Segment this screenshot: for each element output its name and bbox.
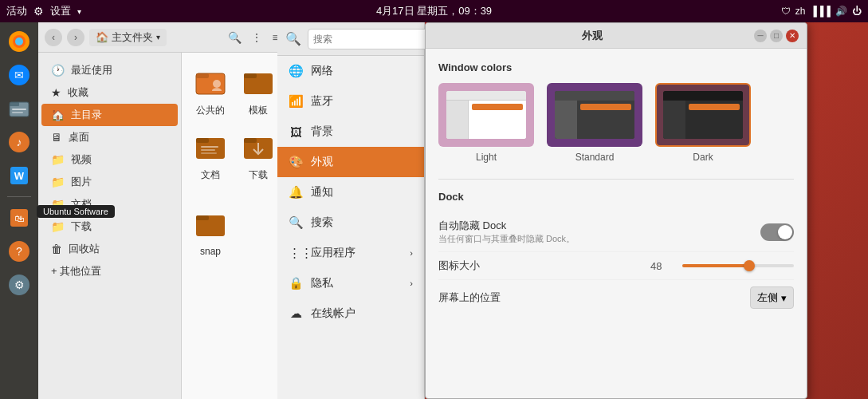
public-label: 公共的 (196, 104, 225, 117)
theme-light-accent (472, 104, 523, 110)
sidebar-item-desktop[interactable]: 🖥 桌面 (38, 126, 181, 148)
dock-item-thunderbird[interactable]: ✉ (3, 59, 35, 91)
appearance-window: 外观 ─ □ ✕ Window colors (425, 22, 807, 399)
dock-item-rhythmbox[interactable]: ♪ (3, 126, 35, 158)
settings-arrow: ▾ (77, 7, 81, 16)
theme-light-content (446, 101, 526, 139)
settings-menu-appearance[interactable]: 🎨 外观 (277, 147, 424, 177)
svg-rect-35 (201, 146, 218, 148)
theme-preview-standard (547, 83, 642, 147)
svg-rect-36 (201, 149, 215, 151)
theme-standard-label: Standard (575, 152, 615, 163)
theme-standard-content (555, 101, 634, 139)
fm-location: 主文件夹 (112, 30, 153, 45)
sidebar-item-trash[interactable]: 🗑 回收站 (38, 238, 181, 260)
dock-item-ubuntu-software[interactable]: 🛍 Ubuntu Software (3, 202, 35, 234)
sidebar-item-desktop-label: 桌面 (69, 130, 89, 144)
theme-standard-side (555, 101, 577, 139)
settings-menu-background[interactable]: 🖼 背景 (277, 117, 424, 147)
fm-view-button[interactable]: ⋮ (248, 30, 265, 45)
fm-file-templates[interactable]: 模板 (239, 62, 277, 117)
top-bar: 活动 ⚙ 设置 ▾ 4月17日 星期五，09：39 🛡 zh ▐▐▐ 🔊 ⏻ (0, 0, 868, 22)
theme-light-main (469, 101, 526, 139)
theme-standard-inner (555, 91, 634, 139)
templates-label: 模板 (249, 104, 268, 117)
settings-window: 🔍 ≡ 🌐 网络 📶 蓝牙 🖼 背景 🎨 外观 🔔 通知 🔍 搜索 ⋮⋮ 应用程… (277, 22, 425, 399)
icon-size-slider-thumb[interactable] (744, 260, 755, 271)
settings-menu-online[interactable]: ☁ 在线帐户 (277, 298, 424, 329)
theme-dark-label: Dark (693, 152, 713, 163)
theme-standard-main (577, 101, 634, 139)
settings-menu-bluetooth[interactable]: 📶 蓝牙 (277, 86, 424, 117)
background-menu-icon: 🖼 (289, 125, 303, 139)
svg-text:🛍: 🛍 (14, 213, 24, 224)
settings-menu-notifications[interactable]: 🔔 通知 (277, 177, 424, 207)
settings-gear-icon: ⚙ (33, 5, 44, 18)
svg-rect-39 (244, 138, 257, 143)
fm-file-public[interactable]: 公共的 (191, 62, 230, 117)
recent-icon: 🕐 (51, 64, 65, 77)
dock-item-libreoffice[interactable]: W (3, 160, 35, 192)
volume-icon[interactable]: 🔊 (835, 6, 847, 17)
sidebar-item-favorites[interactable]: ★ 收藏 (38, 81, 181, 104)
fm-search-button[interactable]: 🔍 (225, 30, 245, 45)
pictures-icon: 📁 (51, 176, 65, 188)
appearance-minimize-button[interactable]: ─ (754, 30, 767, 42)
sidebar-item-recent[interactable]: 🕐 最近使用 (38, 59, 181, 81)
position-row: 屏幕上的位置 左侧 ▾ (438, 280, 794, 315)
auto-hide-row: 自动隐藏 Dock 当任何窗口与其重叠时隐藏 Dock。 (438, 212, 794, 252)
settings-menu-network[interactable]: 🌐 网络 (277, 56, 424, 86)
power-icon[interactable]: ⏻ (852, 6, 862, 17)
appearance-maximize-button[interactable]: □ (770, 30, 783, 42)
theme-option-light[interactable]: Light (438, 83, 534, 163)
top-bar-left: 活动 ⚙ 设置 ▾ (6, 4, 81, 18)
bluetooth-menu-icon: 📶 (289, 94, 303, 109)
settings-menu-network-label: 网络 (311, 64, 333, 78)
fm-back-button[interactable]: ‹ (45, 29, 62, 46)
dock-item-settings[interactable]: ⚙ (3, 269, 35, 301)
theme-light-bar (446, 91, 526, 101)
sidebar-item-recent-label: 最近使用 (71, 63, 112, 77)
auto-hide-toggle[interactable] (760, 223, 794, 241)
fm-file-downloads[interactable]: 下载 (239, 127, 277, 188)
activities-label[interactable]: 活动 (6, 4, 27, 18)
settings-menu-background-label: 背景 (311, 124, 333, 139)
sidebar-item-home[interactable]: 🏠 主目录 (41, 104, 178, 126)
settings-menu-notifications-label: 通知 (311, 185, 333, 200)
sidebar-item-videos[interactable]: 📁 视频 (38, 148, 181, 171)
sidebar-item-pictures[interactable]: 📁 图片 (38, 171, 181, 193)
theme-standard-accent (580, 104, 631, 110)
theme-standard-bar (555, 91, 634, 101)
privacy-menu-icon: 🔒 (289, 276, 303, 290)
position-select[interactable]: 左侧 ▾ (750, 286, 794, 309)
dock-divider (7, 196, 31, 197)
dock-item-files[interactable] (3, 93, 35, 124)
apps-arrow-icon: › (410, 248, 413, 258)
appearance-close-button[interactable]: ✕ (786, 30, 799, 42)
svg-text:W: W (14, 170, 25, 182)
position-select-arrow: ▾ (781, 292, 787, 304)
fm-file-snap[interactable]: snap (191, 204, 230, 257)
dock-item-firefox[interactable] (3, 26, 35, 57)
theme-option-standard[interactable]: Standard (547, 83, 642, 163)
fm-file-documents[interactable]: 文档 (191, 127, 230, 188)
language-label[interactable]: zh (795, 6, 806, 17)
settings-search-input[interactable] (308, 29, 438, 49)
trash-icon: 🗑 (51, 243, 62, 255)
theme-option-dark[interactable]: Dark (655, 83, 751, 163)
videos-icon: 📁 (51, 153, 65, 166)
icon-size-slider-track[interactable] (682, 264, 794, 267)
settings-label[interactable]: 设置 (50, 4, 71, 18)
settings-menu-apps[interactable]: ⋮⋮ 应用程序 › (277, 238, 424, 268)
appearance-title: 外观 (434, 29, 751, 43)
settings-menu-search[interactable]: 🔍 搜索 (277, 207, 424, 238)
search-menu-icon: 🔍 (289, 215, 303, 230)
sidebar-item-other[interactable]: + 其他位置 (38, 260, 181, 282)
sidebar-item-downloads[interactable]: 📁 下载 (38, 215, 181, 238)
fm-forward-button[interactable]: › (67, 29, 84, 46)
settings-menu-online-label: 在线帐户 (311, 306, 355, 321)
settings-menu-privacy[interactable]: 🔒 隐私 › (277, 268, 424, 298)
svg-rect-37 (201, 152, 217, 154)
dock-item-help[interactable]: ? (3, 235, 35, 267)
sidebar-item-home-label: 主目录 (71, 108, 102, 122)
